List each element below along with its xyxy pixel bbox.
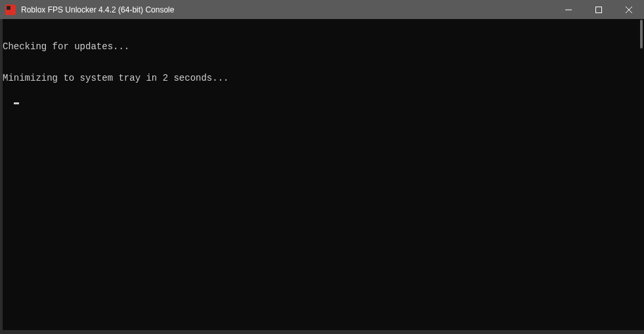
console-output: Checking for updates... Minimizing to sy… [3, 19, 644, 327]
text-cursor [14, 102, 19, 104]
svg-rect-1 [596, 7, 602, 12]
app-icon [5, 5, 16, 15]
window-title: Roblox FPS Unlocker 4.4.2 (64-bit) Conso… [21, 5, 174, 14]
console-line: Checking for updates... [3, 41, 644, 52]
console-line: Minimizing to system tray in 2 seconds..… [3, 73, 644, 83]
window-controls [553, 0, 644, 19]
maximize-button[interactable] [584, 0, 614, 19]
close-button[interactable] [614, 0, 644, 19]
titlebar: Roblox FPS Unlocker 4.4.2 (64-bit) Conso… [0, 0, 644, 19]
scrollbar-thumb[interactable] [640, 20, 643, 49]
minimize-button[interactable] [553, 0, 584, 19]
window-bottom-edge [0, 330, 644, 334]
